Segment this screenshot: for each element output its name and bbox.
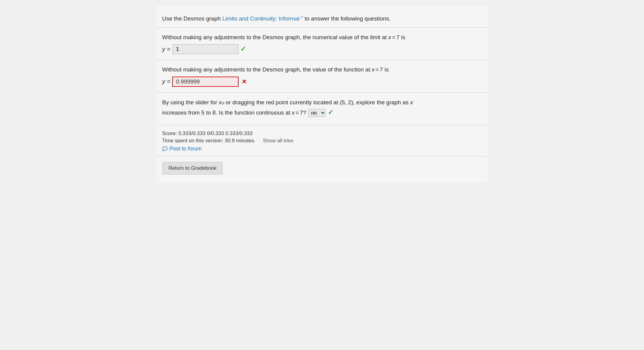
q3-x: x xyxy=(410,99,413,106)
desmos-link[interactable]: Limits and Continuity: Informal↗ xyxy=(222,15,303,22)
score-label: Score: xyxy=(162,131,177,136)
external-link-icon: ↗ xyxy=(300,15,303,19)
q1-label-y: y xyxy=(162,46,165,53)
q3-x2: x xyxy=(292,109,295,116)
question2-input[interactable] xyxy=(172,77,239,87)
post-forum-link[interactable]: Post to forum xyxy=(162,146,482,152)
question1-block: Without making any adjustments to the De… xyxy=(156,28,488,60)
question3-text: By using the slider for x₀ or dragging t… xyxy=(162,98,482,118)
incorrect-x: ✕ xyxy=(242,78,247,85)
q1-label-eq: = xyxy=(167,46,171,53)
question3-block: By using the slider for x₀ or dragging t… xyxy=(156,93,488,125)
score-value: 0.333/0.333 0/0.333 0.333/0.333 xyxy=(178,131,252,136)
main-container: Use the Desmos graph Limits and Continui… xyxy=(156,6,488,183)
q1-equals: = xyxy=(392,34,395,40)
instruction-prefix: Use the Desmos graph xyxy=(162,15,223,22)
score-line: Score: 0.333/0.333 0/0.333 0.333/0.333 xyxy=(162,131,482,137)
score-block: Score: 0.333/0.333 0/0.333 0.333/0.333 T… xyxy=(156,125,488,156)
instruction-block: Use the Desmos graph Limits and Continui… xyxy=(156,9,488,28)
question3-dropdown[interactable]: yes no xyxy=(308,109,325,117)
question1-answer-row: y = ✓ xyxy=(162,44,482,54)
question2-answer-row: y = ✕ xyxy=(162,77,482,87)
question2-text: Without making any adjustments to the De… xyxy=(162,65,482,74)
q1-value: 7 xyxy=(396,34,400,40)
question1-input[interactable] xyxy=(172,44,239,54)
q2-label-y: y xyxy=(162,78,165,85)
return-button[interactable]: Return to Gradebook xyxy=(162,162,223,175)
q2-equals: = xyxy=(376,66,379,73)
q2-variable: x xyxy=(372,66,375,73)
time-value: 30.9 minutes. xyxy=(225,138,255,143)
q1-variable: x xyxy=(388,34,391,40)
chat-icon xyxy=(162,146,168,152)
correct-checkmark: ✓ xyxy=(240,45,246,53)
q3-val: 7 xyxy=(300,109,303,116)
time-label: Time spent on this version: xyxy=(162,138,224,143)
return-block: Return to Gradebook xyxy=(156,156,488,180)
q2-value: 7 xyxy=(380,66,383,73)
time-line: Time spent on this version: 30.9 minutes… xyxy=(162,138,482,144)
q3-eq: = xyxy=(296,109,299,116)
post-forum-label: Post to forum xyxy=(170,146,202,152)
instruction-suffix: to answer the following questions. xyxy=(303,15,391,22)
question2-block: Without making any adjustments to the De… xyxy=(156,60,488,93)
q3-x0: x₀ xyxy=(219,99,224,106)
q2-label-eq: = xyxy=(167,78,171,85)
q3-correct-checkmark: ✓ xyxy=(328,109,333,116)
question1-text: Without making any adjustments to the De… xyxy=(162,33,482,42)
show-tries-link[interactable]: Show all tries xyxy=(263,138,293,143)
